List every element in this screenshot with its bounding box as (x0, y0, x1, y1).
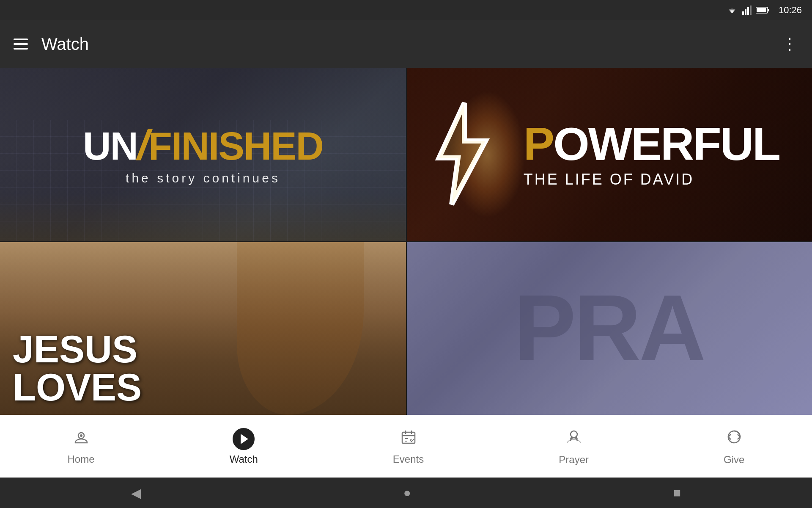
svg-point-8 (80, 434, 82, 437)
signal-icon (742, 6, 752, 15)
jesus-line2: LOVES (13, 368, 142, 406)
unfinished-subtitle: the story continues (41, 171, 365, 185)
powerful-subtitle: THE LIFE OF DAVID (524, 171, 779, 188)
jesus-title: JESUS LOVES (13, 330, 142, 406)
nav-item-prayer[interactable]: Prayer (542, 422, 606, 471)
recents-button[interactable]: ■ (673, 486, 681, 500)
watch-label: Watch (230, 453, 258, 465)
svg-rect-1 (745, 9, 746, 15)
jesus-line1: JESUS (13, 330, 142, 368)
powerful-content: POWERFUL THE LIFE OF DAVID (524, 121, 779, 188)
unfinished-card[interactable]: UN/FINISHED the story continues (0, 68, 406, 241)
svg-rect-5 (757, 8, 766, 12)
status-bar: 10:26 (0, 0, 812, 20)
give-label: Give (724, 454, 744, 466)
pra-title: PRA (514, 282, 704, 375)
lightning-bolt-icon (426, 99, 494, 210)
back-button[interactable]: ◀ (131, 486, 141, 500)
jesus-loves-card[interactable]: JESUS LOVES (0, 241, 406, 415)
events-icon (400, 428, 417, 450)
home-button[interactable]: ● (403, 486, 411, 500)
app-bar: Watch ⋮ (0, 20, 812, 68)
unfinished-content: UN/FINISHED the story continues (41, 124, 365, 185)
svg-rect-9 (402, 432, 415, 443)
unfinished-title: UN/FINISHED (41, 124, 365, 166)
content-grid: UN/FINISHED the story continues POWERFUL (0, 68, 812, 415)
nav-item-events[interactable]: Events (376, 423, 441, 470)
title-finished: FINISHED (148, 124, 323, 168)
home-label: Home (68, 453, 95, 465)
nav-item-give[interactable]: Give (707, 422, 761, 471)
android-nav-bar: ◀ ● ■ (0, 478, 812, 508)
home-icon (72, 428, 90, 450)
battery-icon (756, 6, 769, 14)
watch-play-icon (233, 428, 255, 450)
powerful-rest: OWERFUL (553, 118, 779, 170)
bottom-navigation: Home Watch Events (0, 415, 812, 478)
title-slash: / (137, 121, 148, 168)
prayer-label: Prayer (559, 454, 589, 466)
powerful-title: POWERFUL (524, 121, 779, 167)
status-time: 10:26 (779, 5, 802, 16)
pra-content: PRA (514, 282, 704, 375)
svg-rect-0 (742, 11, 744, 15)
wifi-icon (726, 6, 738, 15)
events-label: Events (393, 453, 424, 465)
powerful-p: P (524, 118, 553, 170)
status-icons: 10:26 (726, 5, 802, 16)
nav-item-watch[interactable]: Watch (213, 423, 275, 470)
svg-rect-3 (750, 6, 752, 15)
title-un: UN (83, 124, 137, 168)
powerful-card[interactable]: POWERFUL THE LIFE OF DAVID (406, 68, 812, 241)
give-icon (725, 428, 743, 450)
prayer-icon (565, 428, 583, 450)
pra-card[interactable]: PRA (406, 241, 812, 415)
horizontal-divider (0, 241, 812, 242)
page-title: Watch (41, 35, 782, 54)
menu-icon[interactable] (14, 39, 28, 50)
more-options-icon[interactable]: ⋮ (782, 35, 798, 53)
jesus-content: JESUS LOVES (13, 330, 142, 406)
nav-item-home[interactable]: Home (51, 423, 112, 470)
svg-rect-2 (747, 7, 749, 15)
svg-rect-6 (768, 9, 769, 11)
